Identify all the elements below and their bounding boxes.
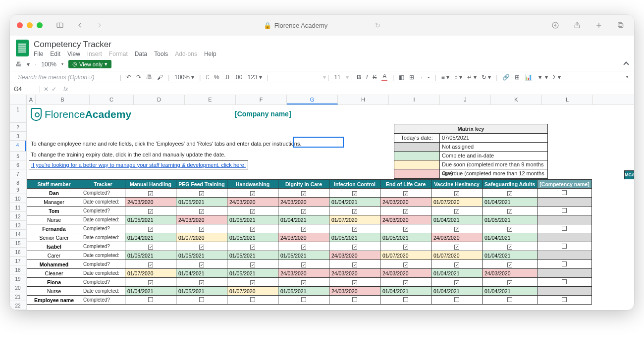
- menu-addons[interactable]: Add-ons: [175, 51, 197, 57]
- minimize-window-button[interactable]: [27, 22, 33, 28]
- staff-name-cell[interactable]: Fernanda: [27, 224, 81, 233]
- downloads-icon[interactable]: [549, 19, 562, 32]
- date-cell[interactable]: 24/03/2020: [431, 233, 483, 242]
- date-cell[interactable]: 01/05/2021: [176, 198, 227, 207]
- date-cell[interactable]: [537, 233, 591, 242]
- date-cell[interactable]: 24/03/2020: [278, 269, 329, 278]
- checkbox[interactable]: ✓: [352, 262, 357, 267]
- rotate-icon[interactable]: ↻ ▾: [482, 74, 491, 81]
- search-menus-input[interactable]: Search the menus (Option+/): [16, 74, 115, 81]
- date-cell[interactable]: 01/05/2021: [278, 287, 329, 296]
- text-color-icon[interactable]: A: [381, 73, 387, 81]
- address-bar[interactable]: 🔒 Florence Academy ↻: [264, 22, 381, 29]
- new-tab-icon[interactable]: [592, 19, 605, 32]
- company-name-cell[interactable]: [Company name]: [235, 110, 291, 118]
- column-header[interactable]: Dignity in Care: [278, 180, 329, 189]
- checkbox[interactable]: ✓: [352, 191, 357, 196]
- date-cell[interactable]: 24/03/2020: [380, 215, 431, 224]
- checkbox[interactable]: ✓: [507, 280, 512, 285]
- sheets-logo-icon[interactable]: [16, 40, 29, 56]
- borders-icon[interactable]: ⊞: [409, 74, 414, 81]
- checkbox[interactable]: ✓: [199, 280, 204, 285]
- print-icon[interactable]: 🖶: [16, 61, 22, 68]
- share-icon[interactable]: [571, 19, 584, 32]
- staff-name-cell[interactable]: Mohammed: [27, 260, 81, 269]
- date-cell[interactable]: 01/05/2021: [125, 251, 176, 260]
- staff-name-cell[interactable]: Employee name: [27, 296, 81, 305]
- checkbox[interactable]: ✓: [403, 262, 408, 267]
- strike-icon[interactable]: S: [373, 74, 376, 81]
- checkbox[interactable]: [562, 190, 567, 195]
- print2-icon[interactable]: 🖶: [146, 74, 152, 81]
- menu-file[interactable]: File: [34, 51, 43, 57]
- date-cell[interactable]: 01/04/2021: [483, 198, 537, 207]
- column-header[interactable]: Safeguarding Adults: [483, 180, 537, 189]
- checkbox[interactable]: ✓: [199, 227, 204, 232]
- valign-icon[interactable]: ↕ ▾: [454, 74, 462, 81]
- checkbox[interactable]: ✓: [250, 245, 255, 250]
- column-header[interactable]: Staff member: [27, 180, 81, 189]
- date-cell[interactable]: 24/03/2020: [125, 198, 176, 207]
- date-cell[interactable]: [537, 287, 591, 296]
- checkbox[interactable]: ✓: [507, 191, 512, 196]
- checkbox[interactable]: ✓: [199, 209, 204, 214]
- checkbox[interactable]: [562, 297, 567, 302]
- checkbox[interactable]: ✓: [403, 280, 408, 285]
- checkbox[interactable]: [562, 226, 567, 231]
- checkbox[interactable]: ✓: [507, 245, 512, 250]
- date-cell[interactable]: 01/07/2020: [176, 233, 227, 242]
- date-cell[interactable]: [537, 215, 591, 224]
- date-cell[interactable]: 01/05/2021: [227, 233, 278, 242]
- name-box[interactable]: G4: [10, 86, 40, 93]
- checkbox[interactable]: ✓: [403, 209, 408, 214]
- checkbox[interactable]: ✓: [454, 245, 459, 250]
- wrap-icon[interactable]: ↵ ▾: [467, 74, 477, 81]
- staff-role-cell[interactable]: Cleaner: [27, 269, 81, 278]
- formula-input[interactable]: [68, 86, 634, 93]
- merge-icon[interactable]: ⫟ ▾: [419, 74, 429, 81]
- date-cell[interactable]: 01/05/2021: [176, 251, 227, 260]
- menu-help[interactable]: Help: [204, 51, 216, 57]
- checkbox[interactable]: ✓: [250, 191, 255, 196]
- staff-name-cell[interactable]: Dan: [27, 189, 81, 198]
- checkbox[interactable]: ✓: [301, 280, 306, 285]
- staff-role-cell[interactable]: Manager: [27, 198, 81, 207]
- number-format[interactable]: 123 ▾: [247, 74, 262, 81]
- date-cell[interactable]: 01/04/2021: [483, 287, 537, 296]
- date-cell[interactable]: 01/04/2021: [176, 269, 227, 278]
- checkbox[interactable]: ✓: [454, 280, 459, 285]
- cta-link[interactable]: If you're looking for a better way to ma…: [29, 160, 248, 169]
- menu-tools[interactable]: Tools: [154, 51, 168, 57]
- date-cell[interactable]: 01/04/2021: [329, 198, 380, 207]
- checkbox[interactable]: ✓: [403, 227, 408, 232]
- date-cell[interactable]: 01/05/2021: [227, 251, 278, 260]
- checkbox[interactable]: ✓: [507, 262, 512, 267]
- functions-icon[interactable]: Σ ▾: [553, 74, 561, 81]
- date-cell[interactable]: 01/07/2020: [227, 287, 278, 296]
- active-cell-outline[interactable]: [293, 137, 344, 148]
- column-header[interactable]: [Competency name]: [537, 180, 591, 189]
- menu-view[interactable]: View: [67, 51, 80, 57]
- date-cell[interactable]: 01/07/2020: [125, 269, 176, 278]
- menu-insert[interactable]: Insert: [87, 51, 102, 57]
- decrease-decimal-icon[interactable]: .0: [224, 74, 229, 81]
- zoom2[interactable]: 100% ▾: [174, 74, 194, 81]
- date-cell[interactable]: 24/03/2020: [278, 198, 329, 207]
- column-header[interactable]: Manual Handling: [125, 180, 176, 189]
- column-header[interactable]: Vaccine Hesitancy: [431, 180, 483, 189]
- undo-icon[interactable]: ↶: [126, 74, 131, 81]
- accept-formula-icon[interactable]: ✓: [52, 86, 56, 93]
- paint-format-icon[interactable]: 🖌: [157, 74, 163, 81]
- checkbox[interactable]: ✓: [250, 209, 255, 214]
- checkbox[interactable]: ✓: [148, 191, 153, 196]
- checkbox[interactable]: ✓: [148, 209, 153, 214]
- staff-role-cell[interactable]: Nurse: [27, 215, 81, 224]
- checkbox[interactable]: ✓: [301, 262, 306, 267]
- checkbox[interactable]: ✓: [403, 245, 408, 250]
- redo-icon[interactable]: ↷: [136, 74, 141, 81]
- column-header[interactable]: Infection Control: [329, 180, 380, 189]
- doc-title[interactable]: Competency Tracker: [34, 40, 216, 50]
- date-cell[interactable]: 24/03/2020: [380, 198, 431, 207]
- checkbox[interactable]: ✓: [148, 227, 153, 232]
- checkbox[interactable]: ✓: [454, 262, 459, 267]
